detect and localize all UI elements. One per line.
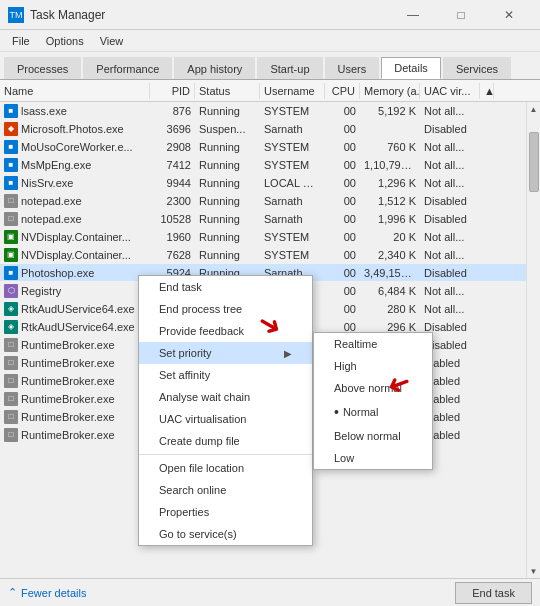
cell-status: Running (195, 230, 260, 244)
cell-cpu: 00 (325, 284, 360, 298)
menu-file[interactable]: File (4, 33, 38, 49)
table-row[interactable]: □ notepad.exe 10528 Running Sarnath 00 1… (0, 210, 526, 228)
ctx-uac-virtualisation[interactable]: UAC virtualisation (139, 408, 312, 430)
sub-normal[interactable]: •Normal (314, 399, 432, 425)
menu-view[interactable]: View (92, 33, 132, 49)
cell-cpu: 00 (325, 104, 360, 118)
table-row[interactable]: ▣ NVDisplay.Container... 7628 Running SY… (0, 246, 526, 264)
ctx-properties[interactable]: Properties (139, 501, 312, 523)
close-button[interactable]: ✕ (486, 0, 532, 30)
process-icon: ▣ (4, 248, 18, 262)
cell-pid: 2300 (150, 194, 195, 208)
tab-startup[interactable]: Start-up (257, 57, 322, 79)
col-header-memory[interactable]: Memory (a... (360, 83, 420, 99)
ctx-analyse-wait-chain[interactable]: Analyse wait chain (139, 386, 312, 408)
sub-realtime[interactable]: Realtime (314, 333, 432, 355)
ctx-end-process-tree[interactable]: End process tree (139, 298, 312, 320)
col-header-uac[interactable]: UAC vir... (420, 83, 480, 99)
table-wrapper: Name PID Status Username CPU Memory (a..… (0, 80, 540, 578)
cell-status: Running (195, 176, 260, 190)
cell-name: □ RuntimeBroker.exe (0, 373, 150, 389)
app-icon: TM (8, 7, 24, 23)
cell-username: LOCAL SE... (260, 176, 325, 190)
tab-performance[interactable]: Performance (83, 57, 172, 79)
cell-status: Running (195, 212, 260, 226)
tab-details[interactable]: Details (381, 57, 441, 79)
tab-processes[interactable]: Processes (4, 57, 81, 79)
process-icon: ◈ (4, 320, 18, 334)
cell-username: Sarnath (260, 122, 325, 136)
cell-username: SYSTEM (260, 248, 325, 262)
table-row[interactable]: ▣ NVDisplay.Container... 1960 Running SY… (0, 228, 526, 246)
maximize-button[interactable]: □ (438, 0, 484, 30)
cell-cpu: 00 (325, 230, 360, 244)
scrollbar-thumb[interactable] (529, 132, 539, 192)
end-task-button[interactable]: End task (455, 582, 532, 604)
scroll-down-arrow[interactable]: ▼ (527, 564, 541, 578)
ctx-search-online[interactable]: Search online (139, 479, 312, 501)
process-name: Photoshop.exe (21, 267, 94, 279)
status-bar: ⌃ Fewer details End task (0, 578, 540, 606)
cell-name: ■ MoUsoCoreWorker.e... (0, 139, 150, 155)
ctx-open-file-location[interactable]: Open file location (139, 457, 312, 479)
col-header-status[interactable]: Status (195, 83, 260, 99)
cell-username: Sarnath (260, 194, 325, 208)
table-row[interactable]: ◆ Microsoft.Photos.exe 3696 Suspen... Sa… (0, 120, 526, 138)
process-icon: □ (4, 374, 18, 388)
ctx-set-priority[interactable]: Set priority ▶ (139, 342, 312, 364)
table-row[interactable]: ■ MoUsoCoreWorker.e... 2908 Running SYST… (0, 138, 526, 156)
process-icon: ◆ (4, 122, 18, 136)
sub-high[interactable]: High (314, 355, 432, 377)
submenu-arrow: ▶ (284, 348, 292, 359)
chevron-up-icon: ⌃ (8, 586, 17, 599)
cell-pid: 7628 (150, 248, 195, 262)
table-row[interactable]: □ notepad.exe 2300 Running Sarnath 00 1,… (0, 192, 526, 210)
process-name: MoUsoCoreWorker.e... (21, 141, 133, 153)
table-row[interactable]: ■ lsass.exe 876 Running SYSTEM 00 5,192 … (0, 102, 526, 120)
menu-options[interactable]: Options (38, 33, 92, 49)
ctx-create-dump-file[interactable]: Create dump file (139, 430, 312, 452)
sub-above-normal[interactable]: Above normal (314, 377, 432, 399)
ctx-provide-feedback[interactable]: Provide feedback (139, 320, 312, 342)
cell-name: □ RuntimeBroker.exe (0, 409, 150, 425)
tab-services[interactable]: Services (443, 57, 511, 79)
cell-uac: Not all... (420, 248, 480, 262)
cell-memory: 1,996 K (360, 212, 420, 226)
table-row[interactable]: ■ NisSrv.exe 9944 Running LOCAL SE... 00… (0, 174, 526, 192)
process-icon: ⬡ (4, 284, 18, 298)
ctx-go-to-service[interactable]: Go to service(s) (139, 523, 312, 545)
table-row[interactable]: ■ MsMpEng.exe 7412 Running SYSTEM 00 1,1… (0, 156, 526, 174)
main-content: Name PID Status Username CPU Memory (a..… (0, 80, 540, 606)
col-header-username[interactable]: Username (260, 83, 325, 99)
tab-users[interactable]: Users (325, 57, 380, 79)
cell-username: Sarnath (260, 212, 325, 226)
cell-username: SYSTEM (260, 140, 325, 154)
fewer-details-btn[interactable]: ⌃ Fewer details (8, 586, 86, 599)
cell-uac: Disabled (420, 266, 480, 280)
cell-status: Running (195, 194, 260, 208)
cell-uac: Disabled (420, 122, 480, 136)
sub-low[interactable]: Low (314, 447, 432, 469)
menu-bar: File Options View (0, 30, 540, 52)
cell-uac: Not all... (420, 302, 480, 316)
minimize-button[interactable]: — (390, 0, 436, 30)
cell-uac: Not all... (420, 158, 480, 172)
cell-name: ■ lsass.exe (0, 103, 150, 119)
tab-app-history[interactable]: App history (174, 57, 255, 79)
ctx-end-task[interactable]: End task (139, 276, 312, 298)
ctx-set-affinity[interactable]: Set affinity (139, 364, 312, 386)
scrollbar[interactable]: ▲ ▼ (526, 102, 540, 578)
col-header-name[interactable]: Name (0, 83, 150, 99)
scroll-up-arrow[interactable]: ▲ (527, 102, 541, 116)
cell-memory (360, 128, 420, 130)
cell-uac: Disabled (420, 212, 480, 226)
process-icon: □ (4, 194, 18, 208)
sub-below-normal[interactable]: Below normal (314, 425, 432, 447)
col-header-pid[interactable]: PID (150, 83, 195, 99)
process-icon: □ (4, 338, 18, 352)
process-icon: ■ (4, 158, 18, 172)
process-icon: ◈ (4, 302, 18, 316)
cell-name: ■ NisSrv.exe (0, 175, 150, 191)
col-header-cpu[interactable]: CPU (325, 83, 360, 99)
window-title: Task Manager (30, 8, 390, 22)
